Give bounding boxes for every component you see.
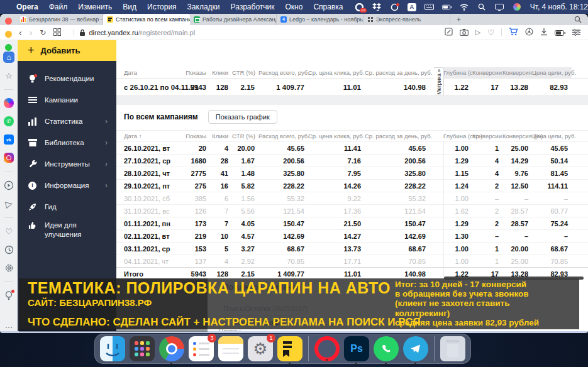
sidebar-item-tools[interactable]: Инструменты › <box>18 153 116 175</box>
dock-trash-icon[interactable] <box>440 336 465 361</box>
my-flow-icon[interactable]: ▷ <box>475 28 480 36</box>
instagram-icon[interactable] <box>3 152 14 163</box>
summary-header-value[interactable]: Клики <box>210 69 232 76</box>
snapshot-icon[interactable] <box>445 27 453 38</box>
summary-header-date[interactable]: Дата <box>116 69 169 76</box>
column-header-date[interactable]: Дата ↑ <box>116 133 169 140</box>
bookmarks-star-icon[interactable]: ☆ <box>3 70 14 81</box>
sidebar-item-guide[interactable]: Гид <box>18 196 116 217</box>
dock-photoshop-icon[interactable]: Ps <box>344 336 369 361</box>
menubar-clock[interactable]: Чт, 4 нояб. 18:12 <box>530 3 588 11</box>
summary-header-value[interactable]: Ср. расход за день, руб. <box>365 69 430 76</box>
forward-button[interactable]: › <box>30 28 33 37</box>
dock-launchpad-icon[interactable] <box>130 336 155 361</box>
tab-statistics-active[interactable]: Статистика по всем кампани <box>103 14 190 25</box>
dock-finder-icon[interactable] <box>100 336 125 361</box>
vk-icon[interactable]: vk <box>3 134 14 145</box>
color-profile-icon[interactable] <box>513 3 522 11</box>
tab-designer-works[interactable]: Работы дизайнера Александ <box>190 14 277 25</box>
menu-window[interactable]: Окно <box>286 3 303 11</box>
extensions-grid-icon[interactable] <box>53 28 61 37</box>
easy-setup-wheel-icon[interactable] <box>525 27 533 38</box>
input-source-icon[interactable]: А <box>408 3 416 11</box>
battery-icon[interactable] <box>442 3 452 11</box>
add-campaign-button[interactable]: + Добавить <box>18 40 116 61</box>
dock-reminders-icon[interactable]: 3 <box>189 336 214 361</box>
sidebar-item-statistics[interactable]: Статистика › <box>18 111 116 132</box>
dock-telegram-icon[interactable] <box>403 336 428 361</box>
sidebar-item-recommendations[interactable]: Рекомендации <box>18 68 116 89</box>
column-header-value[interactable]: CTR (%) <box>232 133 258 140</box>
tab-bezcarapin-webinar[interactable]: Безцарапин 38 — вебинар — <box>16 14 103 25</box>
column-header-value[interactable]: Показы <box>169 133 210 140</box>
menu-history[interactable]: История <box>147 3 177 11</box>
summary-header-value[interactable]: Глубина (стр.) <box>443 67 472 78</box>
column-header-value[interactable]: Ср. цена клика, руб. <box>308 133 365 140</box>
tab-search-icon[interactable] <box>574 14 588 25</box>
column-header-value[interactable]: Расход всего, руб. <box>258 133 308 140</box>
dock-yandex-direct-icon[interactable] <box>277 336 302 361</box>
new-tab-button[interactable]: + <box>450 14 467 25</box>
sidebar-more-icon[interactable]: … <box>3 319 14 331</box>
dock-chrome-icon[interactable] <box>159 336 184 361</box>
summary-header-value[interactable]: Конверсии <box>472 67 502 78</box>
display-icon[interactable] <box>495 3 504 11</box>
downloads-icon[interactable] <box>540 27 548 38</box>
dock-settings-icon[interactable]: ⚙ 1 <box>248 336 273 361</box>
wifi-icon[interactable] <box>460 3 469 11</box>
menu-edit[interactable]: Изменить <box>78 3 112 11</box>
keyboard-icon[interactable] <box>424 3 434 11</box>
menu-help[interactable]: Справка <box>313 3 343 11</box>
column-header-value[interactable]: Цена цели, руб. <box>532 133 572 140</box>
battery-saver-icon[interactable] <box>555 27 565 38</box>
messenger-icon[interactable] <box>3 97 14 109</box>
column-header-value[interactable]: Глубина (стр.) <box>443 133 472 140</box>
whatsapp-icon[interactable]: ✆ <box>3 116 14 127</box>
sidebar-settings-icon[interactable] <box>572 27 580 38</box>
column-header-value[interactable]: Клики <box>210 133 232 140</box>
screen-record-icon[interactable] <box>390 3 399 11</box>
reload-button[interactable]: ↻ <box>40 29 46 36</box>
opera-status-icon[interactable]: 10 <box>355 3 364 11</box>
dropbox-icon[interactable] <box>372 3 382 11</box>
column-header-value[interactable]: Конверсии <box>472 133 502 140</box>
tab-speed-dial[interactable]: Экспресс-панель <box>363 14 450 25</box>
spotlight-search-icon[interactable] <box>477 3 487 11</box>
history-clock-icon[interactable] <box>3 244 14 255</box>
menu-opera[interactable]: Opera <box>16 3 38 11</box>
back-button[interactable]: ‹ <box>19 28 22 37</box>
sidebar-item-ideas[interactable]: Идеи для улучшения <box>18 217 116 245</box>
sidebar-item-campaigns[interactable]: Кампании <box>18 89 116 111</box>
favorites-heart-icon[interactable]: ♡ <box>3 226 14 237</box>
summary-header-value[interactable]: Показы <box>169 69 210 76</box>
tab-ledgo-calendar[interactable]: 4 Ledgo – календарь - ноябрь 2 <box>277 14 363 25</box>
camera-icon[interactable] <box>460 27 469 38</box>
player-icon[interactable] <box>3 180 14 191</box>
column-header-value[interactable]: Ср. расход за день, руб. <box>365 133 430 140</box>
shopping-cart-icon[interactable] <box>509 27 518 38</box>
my-flow-send-icon[interactable]: ▷ <box>2 197 16 211</box>
summary-header-value[interactable]: CTR (%) <box>232 69 258 76</box>
menu-view[interactable]: Вид <box>123 3 136 11</box>
summary-header-value[interactable]: Цена цели, руб. <box>532 67 572 78</box>
zoom-window-button[interactable] <box>5 44 12 51</box>
summary-header-value[interactable]: Конверсия (%) <box>502 67 532 78</box>
settings-gear-icon[interactable] <box>3 262 14 273</box>
sidebar-item-information[interactable]: i Информация › <box>18 175 116 196</box>
column-header-value[interactable]: Конверсия (%) <box>502 133 532 140</box>
bookmark-heart-icon[interactable]: ♡ <box>487 28 494 37</box>
ideas-bulb-icon[interactable] <box>3 290 14 301</box>
sidebar-item-library[interactable]: Библиотека › <box>18 132 116 153</box>
summary-header-value[interactable]: Расход всего, руб. <box>258 69 308 76</box>
menu-file[interactable]: Файл <box>49 3 68 11</box>
show-chart-button[interactable]: Показать график <box>208 110 277 124</box>
menu-developer[interactable]: Разработчик <box>231 3 275 11</box>
minimize-window-button[interactable] <box>5 31 12 38</box>
address-bar[interactable]: direct.yandex.ru/registered/main.pl <box>79 29 444 36</box>
dock-opera-icon[interactable] <box>314 336 340 361</box>
summary-header-value[interactable]: Ср. цена клика, руб. <box>308 69 365 76</box>
close-window-button[interactable] <box>5 18 12 25</box>
metrika-side-tab[interactable]: Метрика » <box>434 67 444 96</box>
menu-bookmarks[interactable]: Закладки <box>187 3 220 11</box>
dock-notes-icon[interactable] <box>218 336 243 361</box>
